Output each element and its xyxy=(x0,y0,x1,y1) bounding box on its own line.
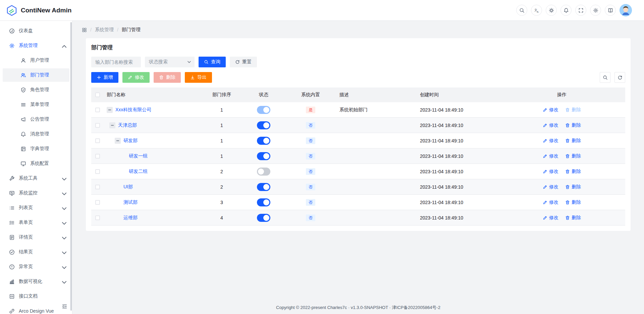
notification-button[interactable] xyxy=(560,5,572,16)
edit-link[interactable]: 修改 xyxy=(543,107,558,113)
sidebar-item-announcement-management[interactable]: 公告管理 xyxy=(3,113,69,126)
dept-name-link[interactable]: Xxx科技有限公司 xyxy=(115,107,151,113)
sidebar-item-message-management[interactable]: 消息管理 xyxy=(3,127,69,141)
export-button[interactable]: 导出 xyxy=(185,72,212,83)
row-checkbox[interactable] xyxy=(95,200,100,205)
delete-link[interactable]: 删除 xyxy=(565,199,581,205)
select-all-checkbox[interactable] xyxy=(95,92,100,97)
status-toggle[interactable] xyxy=(257,168,270,176)
dept-name-link[interactable]: UI部 xyxy=(123,184,133,190)
sidebar-item-department-management[interactable]: 部门管理 xyxy=(3,68,69,82)
sidebar-item-user-management[interactable]: 用户管理 xyxy=(3,54,69,67)
sidebar-item-role-management[interactable]: 角色管理 xyxy=(3,83,69,97)
status-select[interactable]: 状态搜索 xyxy=(145,57,195,67)
status-toggle[interactable] xyxy=(257,183,270,191)
sidebar-item-api-docs[interactable]: 接口文档 xyxy=(3,290,69,303)
sidebar-item-dictionary-management[interactable]: 字典管理 xyxy=(3,142,69,155)
sidebar-item-system-monitor[interactable]: 系统监控 xyxy=(3,186,69,200)
sidebar-scrollbar[interactable] xyxy=(70,22,72,311)
edit-link[interactable]: 修改 xyxy=(543,138,558,144)
settings-button[interactable] xyxy=(590,5,601,16)
status-toggle[interactable] xyxy=(257,152,270,160)
dept-name-link[interactable]: 研发部 xyxy=(123,138,138,144)
breadcrumb-item-current: 部门管理 xyxy=(122,27,141,33)
search-button[interactable] xyxy=(516,5,527,16)
sidebar-item-label: Arco Design Vue xyxy=(19,308,65,314)
dept-name-link[interactable]: 运维部 xyxy=(123,215,138,221)
sidebar-item-detail-pages[interactable]: 详情页 xyxy=(3,231,69,244)
dept-name-link[interactable]: 研发一组 xyxy=(129,153,148,159)
sidebar-item-system-config[interactable]: 系统配置 xyxy=(3,157,69,170)
builtin-badge: 否 xyxy=(306,168,315,175)
translate-button[interactable]: 文A xyxy=(531,5,542,16)
delete-link[interactable]: 删除 xyxy=(565,169,581,175)
user-avatar[interactable] xyxy=(620,4,632,16)
book-icon xyxy=(608,8,613,13)
status-toggle[interactable] xyxy=(257,198,270,206)
sidebar-item-arco-design-vue[interactable]: Arco Design Vue xyxy=(3,304,69,314)
sidebar-item-dashboard[interactable]: 仪表盘 xyxy=(3,24,69,38)
sidebar-item-menu-management[interactable]: 菜单管理 xyxy=(3,98,69,111)
collapse-sidebar-icon[interactable] xyxy=(61,303,68,310)
edit-link[interactable]: 修改 xyxy=(543,215,558,221)
docs-button[interactable] xyxy=(605,5,616,16)
row-checkbox[interactable] xyxy=(95,185,100,189)
delete-link[interactable]: 删除 xyxy=(565,138,581,144)
edit-button[interactable]: 修改 xyxy=(122,72,150,83)
status-toggle[interactable] xyxy=(257,137,270,145)
row-checkbox[interactable] xyxy=(95,169,100,174)
delete-link[interactable]: 删除 xyxy=(565,107,581,113)
row-checkbox[interactable] xyxy=(95,108,100,112)
status-toggle[interactable] xyxy=(257,121,270,129)
status-toggle[interactable] xyxy=(257,106,270,114)
edit-link[interactable]: 修改 xyxy=(543,184,558,190)
row-checkbox[interactable] xyxy=(95,215,100,220)
sidebar-item-exception-pages[interactable]: 异常页 xyxy=(3,260,69,273)
status-toggle[interactable] xyxy=(257,214,270,222)
edit-link[interactable]: 修改 xyxy=(543,153,558,159)
add-button[interactable]: 新增 xyxy=(91,72,118,83)
chevron-up-icon xyxy=(61,44,65,48)
row-checkbox[interactable] xyxy=(95,154,100,159)
theme-toggle-button[interactable] xyxy=(546,5,557,16)
table-search-button[interactable] xyxy=(600,72,610,83)
warning-circle-icon xyxy=(9,264,15,270)
edit-link[interactable]: 修改 xyxy=(543,199,558,205)
collapse-row-icon[interactable] xyxy=(115,138,121,144)
sidebar-item-system-management[interactable]: 系统管理 xyxy=(3,39,69,52)
delete-link[interactable]: 删除 xyxy=(565,184,581,190)
reset-button[interactable]: 重置 xyxy=(230,57,257,67)
builtin-badge: 否 xyxy=(306,199,315,206)
brand[interactable]: ContiNew Admin xyxy=(6,5,71,16)
delete-link[interactable]: 删除 xyxy=(565,153,581,159)
pencil-icon xyxy=(543,215,547,220)
dept-sort: 4 xyxy=(203,210,240,225)
pencil-icon xyxy=(543,123,547,128)
collapse-row-icon[interactable] xyxy=(109,122,115,128)
dept-name-link[interactable]: 研发二组 xyxy=(129,169,148,175)
pencil-icon xyxy=(543,185,547,189)
row-checkbox[interactable] xyxy=(95,138,100,143)
edit-link[interactable]: 修改 xyxy=(543,169,558,175)
table-refresh-button[interactable] xyxy=(614,72,625,83)
edit-link[interactable]: 修改 xyxy=(543,122,558,128)
sidebar-item-data-visualization[interactable]: 数据可视化 xyxy=(3,275,69,288)
sidebar-item-result-pages[interactable]: 结果页 xyxy=(3,245,69,259)
sidebar-item-list-pages[interactable]: 列表页 xyxy=(3,201,69,214)
fullscreen-button[interactable] xyxy=(575,5,586,16)
department-name-input[interactable] xyxy=(91,57,141,67)
trash-icon xyxy=(565,185,570,189)
dept-name-link[interactable]: 测试部 xyxy=(123,199,138,205)
delete-button[interactable]: 删除 xyxy=(154,72,181,83)
row-checkbox[interactable] xyxy=(95,123,100,128)
sidebar-item-form-pages[interactable]: 表单页 xyxy=(3,216,69,229)
breadcrumb-item[interactable]: 系统管理 xyxy=(95,27,114,33)
apps-icon[interactable] xyxy=(82,27,87,33)
delete-link[interactable]: 删除 xyxy=(565,122,581,128)
delete-link[interactable]: 删除 xyxy=(565,215,581,221)
dept-name-link[interactable]: 天津总部 xyxy=(118,122,137,128)
pencil-icon xyxy=(543,169,547,174)
collapse-row-icon[interactable] xyxy=(107,107,113,113)
sidebar-item-system-tools[interactable]: 系统工具 xyxy=(3,172,69,185)
query-button[interactable]: 查询 xyxy=(199,57,226,67)
